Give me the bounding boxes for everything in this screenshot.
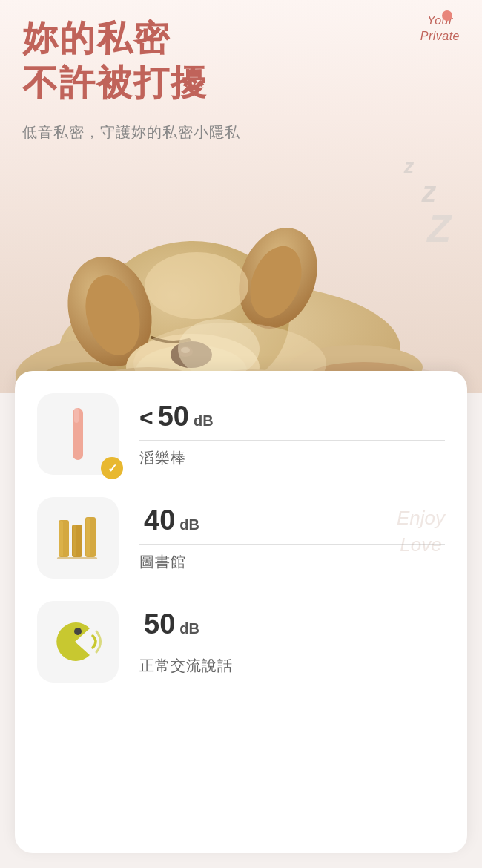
db-unit-3: dB (179, 620, 199, 637)
enjoy-love-watermark: Enjoy Love (397, 504, 445, 586)
db-prefix-1: < (139, 404, 153, 432)
puppy-image (0, 148, 482, 393)
card-item-2: 40 dB 圖書館 (37, 497, 445, 579)
db-unit-2: dB (179, 516, 199, 533)
hero-section: Your Private 妳的私密 不許被打擾 低音私密，守護妳的私密小隱私 z… (0, 0, 482, 393)
svg-rect-30 (59, 521, 63, 556)
svg-rect-35 (57, 557, 97, 559)
card-icon-stick: ✓ (37, 393, 119, 475)
svg-rect-28 (74, 408, 79, 423)
card-item-3: 50 dB 正常交流說話 (37, 601, 445, 683)
title-line2: 不許被打擾 (22, 61, 208, 105)
watermark-line1: Enjoy (397, 504, 445, 531)
logo-line2: Private (420, 30, 460, 42)
card-info-1: < 50 dB 滔樂棒 (139, 401, 445, 468)
card-db-3: 50 dB (139, 608, 445, 648)
logo-dot (442, 10, 452, 21)
main-title: 妳的私密 不許被打擾 (22, 16, 208, 105)
svg-rect-32 (73, 525, 76, 556)
card-icon-speaker (37, 601, 119, 683)
logo-area: Your Private (420, 13, 460, 45)
db-number-3: 50 (144, 608, 175, 640)
db-number-2: 40 (144, 504, 175, 536)
title-line1: 妳的私密 (22, 16, 208, 61)
card-item-1: ✓ < 50 dB 滔樂棒 (37, 393, 445, 475)
svg-rect-34 (86, 518, 90, 556)
cards-section: ✓ < 50 dB 滔樂棒 (15, 371, 467, 853)
card-label-3: 正常交流說話 (139, 656, 445, 676)
subtitle: 低音私密，守護妳的私密小隱私 (22, 122, 240, 142)
card-label-1: 滔樂棒 (139, 448, 445, 468)
logo-text: Your Private (420, 13, 460, 45)
card-db-1: < 50 dB (139, 401, 445, 441)
card-info-3: 50 dB 正常交流說話 (139, 608, 445, 676)
db-unit-1: dB (194, 412, 214, 430)
card-icon-books (37, 497, 119, 579)
check-badge: ✓ (101, 457, 123, 479)
svg-point-11 (145, 252, 248, 319)
svg-point-36 (74, 628, 82, 635)
watermark-line2: Love (397, 531, 445, 558)
db-number-1: 50 (158, 401, 189, 433)
